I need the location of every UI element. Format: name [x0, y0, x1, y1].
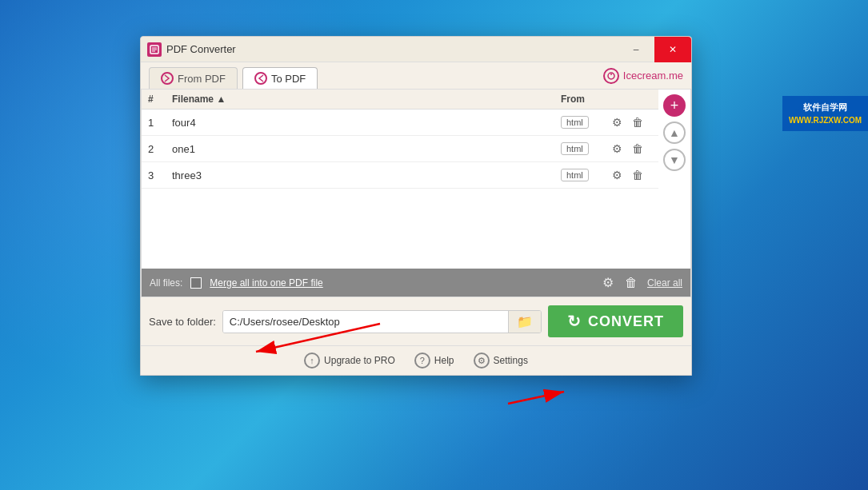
sort-asc-icon: ▲ [216, 94, 226, 105]
convert-icon: ↻ [567, 312, 582, 331]
svg-point-5 [610, 74, 612, 75]
plus-icon: + [670, 98, 679, 114]
row-actions-3: ⚙ 🗑 [602, 162, 658, 189]
arrow-up-icon: ▲ [669, 126, 680, 139]
col-header-num: # [142, 90, 166, 110]
window-title: PDF Converter [166, 43, 236, 55]
table-section: # Filename ▲ From 1 four4 [142, 90, 690, 269]
help-button[interactable]: ? Help [414, 353, 454, 368]
folder-input-wrap: 📁 [222, 310, 542, 333]
convert-button[interactable]: ↻ CONVERT [548, 305, 683, 337]
side-buttons: + ▲ ▼ [658, 90, 690, 269]
save-row: Save to folder: 📁 ↻ CONVERT [141, 297, 691, 345]
settings-icon: ⚙ [474, 353, 490, 368]
from-pdf-icon [161, 72, 174, 85]
convert-label: CONVERT [588, 313, 664, 330]
brand-link[interactable]: Icecream.me [603, 68, 683, 89]
bottom-bar: All files: Merge all into one PDF file ⚙… [142, 269, 690, 297]
title-bar-left: PDF Converter [147, 42, 236, 57]
file-table: # Filename ▲ From 1 four4 [142, 90, 658, 189]
row-num-1: 1 [142, 110, 166, 136]
settings-button[interactable]: ⚙ Settings [474, 353, 528, 368]
col-header-from: From [554, 90, 602, 110]
brand-label: Icecream.me [623, 70, 683, 82]
move-down-button[interactable]: ▼ [663, 149, 686, 171]
settings-btn-2[interactable]: ⚙ [609, 141, 626, 157]
tabs: From PDF To PDF [149, 67, 318, 89]
row-from-3: html [554, 162, 602, 189]
app-icon [147, 42, 162, 57]
col-header-actions [602, 90, 658, 110]
bottom-delete-btn[interactable]: 🗑 [623, 274, 639, 292]
footer: ↑ Upgrade to PRO ? Help ⚙ Settings [141, 345, 691, 375]
settings-icon: ⚙ [602, 276, 614, 289]
all-files-label: All files: [150, 277, 182, 289]
move-up-button[interactable]: ▲ [663, 122, 686, 144]
add-file-button[interactable]: + [663, 94, 686, 117]
close-button[interactable]: ✕ [654, 37, 691, 62]
row-from-1: html [554, 110, 602, 136]
tab-bar: From PDF To PDF Icecream.me [141, 62, 691, 90]
browse-folder-button[interactable]: 📁 [508, 311, 541, 333]
delete-btn-3[interactable]: 🗑 [629, 167, 646, 183]
folder-path-input[interactable] [223, 311, 508, 333]
upgrade-icon: ↑ [304, 353, 320, 368]
title-bar-controls: – ✕ [618, 37, 691, 62]
minimize-button[interactable]: – [618, 37, 654, 62]
folder-icon: 📁 [517, 314, 533, 329]
app-window: PDF Converter – ✕ From PDF [140, 36, 692, 376]
delete-btn-1[interactable]: 🗑 [629, 114, 646, 130]
arrow-down-icon: ▼ [669, 153, 680, 166]
row-num-3: 3 [142, 162, 166, 189]
tab-to-pdf[interactable]: To PDF [242, 67, 318, 89]
row-from-2: html [554, 136, 602, 162]
settings-btn-1[interactable]: ⚙ [609, 114, 626, 130]
bottom-settings-btn[interactable]: ⚙ [601, 273, 615, 292]
col-header-filename[interactable]: Filename ▲ [166, 90, 554, 110]
row-name-1: four4 [166, 110, 554, 136]
table-row: 2 one1 html ⚙ 🗑 [142, 136, 658, 162]
brand-icon [603, 68, 619, 84]
watermark: 软件自学网 WWW.RJZXW.COM [782, 96, 868, 131]
clear-all-button[interactable]: Clear all [647, 277, 682, 289]
row-name-3: three3 [166, 162, 554, 189]
table-wrapper: # Filename ▲ From 1 four4 [142, 90, 658, 269]
help-icon: ? [414, 353, 430, 368]
tab-from-pdf[interactable]: From PDF [149, 67, 238, 89]
empty-area [142, 189, 658, 269]
save-label: Save to folder: [149, 316, 216, 328]
to-pdf-icon [254, 72, 267, 85]
row-actions-1: ⚙ 🗑 [602, 110, 658, 136]
delete-btn-2[interactable]: 🗑 [629, 141, 646, 157]
title-bar: PDF Converter – ✕ [141, 37, 691, 62]
merge-link[interactable]: Merge all into one PDF file [210, 277, 322, 289]
row-name-2: one1 [166, 136, 554, 162]
table-row: 1 four4 html ⚙ 🗑 [142, 110, 658, 136]
merge-checkbox[interactable] [190, 277, 202, 289]
row-actions-2: ⚙ 🗑 [602, 136, 658, 162]
settings-btn-3[interactable]: ⚙ [609, 167, 626, 183]
trash-icon: 🗑 [625, 276, 638, 289]
main-content: # Filename ▲ From 1 four4 [141, 90, 691, 297]
upgrade-button[interactable]: ↑ Upgrade to PRO [304, 353, 395, 368]
row-num-2: 2 [142, 136, 166, 162]
table-row: 3 three3 html ⚙ 🗑 [142, 162, 658, 189]
